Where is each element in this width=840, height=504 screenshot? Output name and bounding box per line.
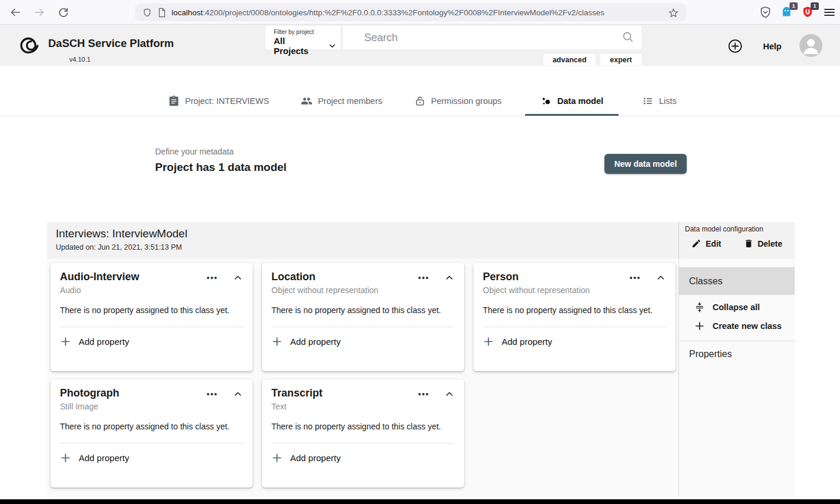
expert-search-button[interactable]: expert [600, 54, 641, 65]
tab-project[interactable]: Project: INTERVIEWS [160, 86, 277, 116]
create-new-class-button[interactable]: Create new class [679, 317, 795, 335]
empty-message: There is no property assigned to this cl… [483, 305, 666, 315]
reload-icon[interactable] [57, 6, 70, 19]
more-options-icon[interactable]: ••• [418, 272, 429, 284]
url-bar[interactable]: localhost:4200/project/0008/ontologies/h… [135, 4, 686, 21]
pocket-shield-icon[interactable] [758, 5, 772, 19]
bottom-black-bar [0, 499, 840, 504]
url-path: :4200/project/0008/ontologies/http:%2F%2… [203, 8, 604, 17]
tab-label: Permission groups [431, 96, 502, 106]
add-property-button[interactable]: Add property [60, 327, 129, 355]
ublock-extension-icon[interactable]: 1 [801, 5, 815, 19]
more-options-icon[interactable]: ••• [207, 272, 218, 284]
filter-label: Filter by project [274, 29, 336, 35]
advanced-search-button[interactable]: advanced [543, 54, 596, 65]
plus-icon [271, 336, 283, 347]
avatar[interactable] [799, 34, 822, 57]
class-type: Audio [60, 285, 243, 295]
collapse-chevron-icon[interactable] [444, 389, 455, 399]
new-data-model-button[interactable]: New data model [604, 154, 687, 174]
data-model-header: Interviews: InterviewModel Updated on: J… [47, 222, 795, 258]
app-title: DaSCH Service Platform [48, 37, 174, 50]
plus-icon [60, 336, 71, 347]
collapse-chevron-icon[interactable] [233, 389, 243, 399]
class-type: Object without representation [483, 285, 666, 295]
lock-icon [414, 95, 426, 107]
page-title: Project has 1 data model [155, 161, 287, 174]
empty-message: There is no property assigned to this cl… [60, 305, 243, 315]
collapse-all-button[interactable]: Collapse all [679, 298, 795, 317]
class-card-location: ••• Location Object without representati… [262, 263, 464, 371]
clipboard-icon [168, 95, 180, 107]
more-options-icon[interactable]: ••• [207, 388, 218, 400]
data-model-sidebar: Classes Collapse all Create new class Pr… [678, 258, 795, 497]
class-card-transcript: ••• Transcript Text There is no property… [262, 379, 464, 488]
add-property-button[interactable]: Add property [271, 327, 341, 355]
version-label: v4.10.1 [69, 56, 90, 63]
tab-label: Data model [557, 96, 603, 106]
collapse-chevron-icon[interactable] [444, 273, 455, 283]
empty-message: There is no property assigned to this cl… [271, 305, 455, 315]
filter-value: All Projects [274, 36, 320, 56]
sidebar-item-properties[interactable]: Properties [679, 341, 795, 368]
plus-icon [694, 321, 705, 331]
edit-label: Edit [705, 239, 721, 248]
tab-label: Project: INTERVIEWS [185, 96, 269, 106]
tab-label: Lists [659, 96, 677, 106]
add-property-button[interactable]: Add property [60, 443, 129, 472]
sidebar-item-classes[interactable]: Classes [679, 267, 795, 295]
plus-icon [60, 452, 71, 463]
project-filter-select[interactable]: Filter by project All Projects [266, 26, 341, 49]
extension-badge: 1 [789, 2, 798, 10]
page-info-icon[interactable] [157, 8, 166, 18]
tab-data-model[interactable]: Data model [525, 86, 619, 116]
ghostery-extension-icon[interactable]: 1 [780, 5, 794, 19]
create-new-class-label: Create new class [713, 321, 782, 331]
url-text[interactable]: localhost:4200/project/0008/ontologies/h… [172, 8, 663, 17]
class-type: Still Image [60, 402, 243, 411]
intro-subtitle: Define your metadata [155, 147, 234, 156]
empty-message: There is no property assigned to this cl… [271, 422, 455, 431]
add-property-button[interactable]: Add property [271, 443, 341, 472]
plus-icon [271, 452, 283, 463]
people-icon [301, 95, 313, 107]
plus-icon [483, 336, 494, 347]
search-icon[interactable] [621, 31, 634, 43]
collapse-chevron-icon[interactable] [656, 273, 666, 283]
forward-icon[interactable] [33, 6, 46, 19]
add-property-label: Add property [290, 337, 341, 347]
back-icon[interactable] [9, 6, 22, 19]
configuration-label: Data model configuration [685, 225, 763, 233]
data-model-title: Interviews: InterviewModel [56, 227, 187, 240]
tab-label: Project members [318, 96, 382, 106]
browser-chrome: localhost:4200/project/0008/ontologies/h… [0, 0, 840, 25]
pencil-icon [691, 238, 701, 248]
app-header: DaSCH Service Platform v4.10.1 Filter by… [0, 25, 840, 66]
dasch-logo-icon [17, 32, 44, 59]
tab-project-members[interactable]: Project members [293, 86, 391, 116]
add-property-label: Add property [290, 453, 341, 463]
create-new-icon[interactable] [728, 39, 742, 53]
trash-icon [744, 238, 754, 248]
tab-permission-groups[interactable]: Permission groups [406, 86, 510, 116]
add-property-label: Add property [79, 337, 129, 347]
more-options-icon[interactable]: ••• [630, 272, 641, 284]
tracking-shield-icon[interactable] [142, 8, 152, 18]
data-model-panel: Interviews: InterviewModel Updated on: J… [47, 222, 795, 497]
tab-lists[interactable]: Lists [634, 86, 685, 116]
menu-hamburger-icon[interactable] [822, 5, 836, 19]
help-button[interactable]: Help [760, 41, 785, 52]
bookmark-star-icon[interactable] [668, 7, 679, 18]
delete-data-model-button[interactable]: Delete [740, 238, 786, 249]
class-type: Text [271, 402, 455, 411]
add-property-button[interactable]: Add property [483, 327, 552, 355]
class-type: Object without representation [271, 285, 455, 295]
more-options-icon[interactable]: ••• [418, 388, 429, 400]
search-input[interactable] [343, 26, 641, 49]
collapse-all-label: Collapse all [713, 303, 760, 312]
collapse-chevron-icon[interactable] [233, 273, 243, 283]
sidebar-class-actions: Collapse all Create new class [679, 295, 795, 341]
class-cards-grid: ••• Audio-Interview Audio There is no pr… [51, 263, 676, 488]
edit-data-model-button[interactable]: Edit [688, 238, 724, 249]
collapse-all-icon [694, 302, 705, 313]
